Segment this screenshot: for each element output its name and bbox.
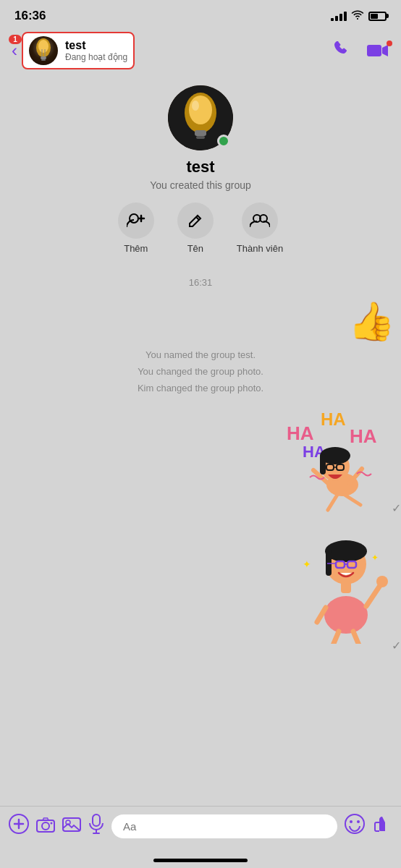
system-message-3: Kim changed the group photo. xyxy=(6,383,395,393)
svg-rect-13 xyxy=(196,136,205,139)
video-call-icon xyxy=(366,42,389,59)
plus-icon[interactable] xyxy=(9,814,29,839)
action-buttons: Thêm Tên xyxy=(118,203,283,254)
back-button[interactable]: ‹ 1 xyxy=(12,41,19,61)
svg-marker-7 xyxy=(382,45,388,56)
svg-rect-37 xyxy=(326,550,332,576)
svg-point-64 xyxy=(357,820,360,823)
sticker-message-1: HA HA HA HA xyxy=(6,405,395,516)
header: ‹ 1 test Đang hoạt động xyxy=(0,27,401,74)
add-member-button[interactable]: Thêm xyxy=(118,203,154,254)
svg-point-1 xyxy=(38,40,48,53)
header-left: ‹ 1 test Đang hoạt động xyxy=(12,32,135,69)
wifi-icon xyxy=(351,10,364,22)
group-subtitle: You created this group xyxy=(150,179,251,191)
rename-label: Tên xyxy=(187,243,203,254)
members-button[interactable]: Thành viên xyxy=(237,203,283,254)
thumbs-up-icon[interactable] xyxy=(372,814,392,839)
svg-point-42 xyxy=(324,596,368,634)
message-input[interactable] xyxy=(111,814,337,838)
sticker-message-2: ✦ ✦ ✓ xyxy=(6,528,395,647)
svg-line-34 xyxy=(345,495,360,505)
contact-status: Đang hoạt động xyxy=(65,52,127,62)
notification-badge: 1 xyxy=(9,35,22,44)
system-message-2: You changed the group photo. xyxy=(6,366,395,377)
emoji-picker-icon[interactable] xyxy=(345,814,365,839)
svg-point-55 xyxy=(42,822,49,830)
svg-point-10 xyxy=(189,95,212,124)
avatar xyxy=(29,36,58,65)
input-bar xyxy=(0,806,401,846)
online-indicator xyxy=(217,135,230,148)
signal-bars-icon xyxy=(331,12,347,21)
group-avatar-wrapper xyxy=(168,85,233,150)
svg-line-47 xyxy=(333,631,339,644)
thumbs-up-reaction: 👍 xyxy=(0,299,401,344)
laughing-sticker-1: HA HA HA HA xyxy=(281,405,389,514)
svg-text:✦: ✦ xyxy=(303,558,311,570)
svg-rect-59 xyxy=(93,814,100,826)
battery-icon xyxy=(368,12,387,21)
status-bar: 16:36 xyxy=(0,0,401,27)
contact-info-header[interactable]: test Đang hoạt động xyxy=(22,32,135,69)
svg-rect-12 xyxy=(195,130,206,136)
members-label: Thành viên xyxy=(237,243,283,254)
chat-scroll-area[interactable]: test You created this group Thêm xyxy=(0,74,401,790)
header-actions xyxy=(333,38,389,64)
message-check-icon: ✓ xyxy=(392,501,401,515)
image-gallery-icon[interactable] xyxy=(62,815,81,838)
camera-icon[interactable] xyxy=(36,815,55,838)
members-icon xyxy=(242,203,278,239)
svg-line-48 xyxy=(353,631,359,644)
svg-text:✦: ✦ xyxy=(371,553,379,563)
svg-line-44 xyxy=(366,584,381,606)
svg-line-33 xyxy=(328,495,337,510)
rename-button[interactable]: Tên xyxy=(177,203,214,254)
system-message-1: You named the group test. xyxy=(6,349,395,360)
svg-point-45 xyxy=(376,576,388,587)
group-name: test xyxy=(186,158,214,176)
microphone-icon[interactable] xyxy=(88,814,104,839)
video-dot-badge xyxy=(387,41,392,46)
waving-sticker-2: ✦ ✦ xyxy=(295,528,389,644)
svg-point-11 xyxy=(192,101,199,111)
group-info: test You created this group Thêm xyxy=(0,74,401,271)
phone-call-icon[interactable] xyxy=(333,38,353,64)
svg-rect-3 xyxy=(41,59,46,61)
add-member-label: Thêm xyxy=(124,243,148,254)
message-check-icon-2: ✓ xyxy=(392,639,401,652)
header-contact-text: test Đang hoạt động xyxy=(65,39,127,62)
svg-point-14 xyxy=(130,214,138,223)
svg-text:HA: HA xyxy=(350,425,377,447)
rename-icon xyxy=(177,203,214,239)
home-indicator xyxy=(153,859,248,862)
svg-rect-43 xyxy=(341,582,351,593)
messages-area: You named the group test. You changed th… xyxy=(0,349,401,739)
message-timestamp: 16:31 xyxy=(0,271,401,299)
add-member-icon xyxy=(118,203,154,239)
status-time: 16:36 xyxy=(14,9,46,23)
status-icons xyxy=(331,10,387,22)
svg-rect-27 xyxy=(320,454,326,475)
contact-name: test xyxy=(65,39,127,52)
svg-rect-6 xyxy=(367,45,381,56)
svg-point-63 xyxy=(350,820,353,823)
video-call-wrapper[interactable] xyxy=(366,42,389,59)
svg-point-56 xyxy=(51,822,53,825)
svg-rect-2 xyxy=(41,56,46,59)
svg-text:HA: HA xyxy=(287,422,314,444)
svg-text:HA: HA xyxy=(321,409,346,429)
